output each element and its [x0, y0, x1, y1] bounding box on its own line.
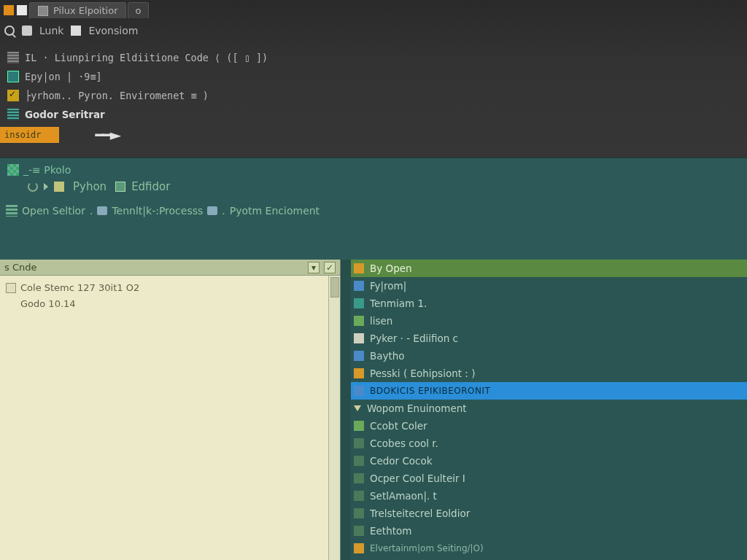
split-panes: s Cnde ▾ ✓ Cole Stemc 127 30it1 O2 Godo … [0, 260, 747, 560]
list-item-label: Cedor Cocok [370, 455, 433, 467]
list-item-label: By Open [370, 262, 412, 274]
square-icon [354, 333, 364, 343]
left-pane: s Cnde ▾ ✓ Cole Stemc 127 30it1 O2 Godo … [0, 260, 341, 560]
section-item[interactable]: Epy|on | ·9≡] [4, 67, 747, 86]
section-label: Godor Seritrar [25, 109, 105, 120]
square-icon [354, 368, 364, 378]
triangle-icon [354, 405, 361, 411]
list-item[interactable]: Trelsteitecrel Eoldior [351, 505, 747, 522]
tab-secondary[interactable]: o [128, 2, 150, 18]
section-item[interactable]: ├yrhom.. Pyron. Enviromenet ≡ ) [4, 86, 747, 105]
arrow-right-icon[interactable]: ━━► [96, 126, 120, 144]
right-pane: By OpenFy|rom|Tenmiam 1.lisenPyker · - E… [341, 260, 747, 560]
list-item[interactable]: Ccobes cool r. [351, 435, 747, 452]
list-item[interactable]: Eethtom [351, 522, 747, 540]
left-pane-body: Cole Stemc 127 30it1 O2 Godo 10.14 [0, 276, 340, 316]
mid-label[interactable]: Pyhon [73, 180, 107, 193]
list-item[interactable]: lisen [351, 312, 747, 330]
square-icon [354, 491, 364, 501]
image-icon [97, 206, 107, 215]
list-item[interactable]: SetlAmaon|. t [351, 487, 747, 505]
list-item-label: lisen [370, 315, 392, 327]
grid-icon[interactable] [6, 205, 18, 217]
left-pane-header: s Cnde ▾ ✓ [0, 260, 340, 276]
list-item[interactable]: Fy|rom| [351, 277, 747, 295]
list-item[interactable]: Ccobt Coler [351, 417, 747, 435]
square-icon [354, 473, 364, 483]
toolbar-label[interactable]: Evonsiom [88, 25, 138, 36]
section-item[interactable]: IL · Liunpiring Eldiitione Code ⟨ ([ ▯ ]… [4, 48, 747, 67]
square-icon [71, 26, 81, 36]
list-item-label: SetlAmaon|. t [370, 490, 437, 502]
list-item[interactable]: Ocper Cool Eulteir I [351, 470, 747, 487]
square-icon [354, 543, 364, 553]
tool-icon[interactable] [22, 26, 32, 36]
square-icon [354, 526, 364, 536]
square-icon [354, 508, 364, 518]
tab-label: Pilux Elpoitior [53, 5, 118, 16]
grid-icon[interactable] [7, 164, 19, 176]
toolbar-label[interactable]: Lunk [39, 25, 63, 36]
list-item-label: Cole Stemc 127 30it1 O2 [20, 280, 139, 296]
square-icon [354, 316, 364, 326]
play-icon[interactable] [44, 183, 48, 190]
section-label: IL · Liunpiring Eldiitione Code ⟨ ([ ▯ ]… [25, 52, 268, 63]
active-tab-chip[interactable]: insoidr [0, 127, 59, 143]
square-icon [354, 456, 364, 466]
mid-label: _-≡ Pkolo [23, 164, 71, 176]
check-icon [7, 90, 19, 101]
mid-label[interactable]: Edfidor [131, 180, 170, 193]
search-icon[interactable] [4, 26, 15, 36]
list-item-label: Elvertainm|om Seiting/|O) [370, 543, 484, 553]
breadcrumb-item[interactable]: Pyotm Encioment [230, 205, 320, 217]
list-item-label: Pesski ( Eohipsiont : ) [370, 368, 475, 379]
list-item[interactable]: Cole Stemc 127 30it1 O2 [6, 280, 334, 296]
section-item[interactable]: Godor Seritrar [4, 105, 747, 124]
dropdown-icon[interactable]: ▾ [308, 262, 320, 273]
separator-icon [90, 205, 93, 217]
breadcrumb-item[interactable]: Open Seltior [22, 205, 85, 217]
mid-row: Pyhon Edfidor [0, 176, 747, 193]
active-tab-row: insoidr ━━► [0, 125, 747, 144]
scrollbar[interactable] [328, 276, 340, 560]
separator-icon [222, 205, 225, 217]
square-icon [354, 263, 364, 273]
list-item[interactable]: Pyker · - Ediifion c [351, 330, 747, 347]
list-item[interactable]: BDOKICIS EPIKIBEORONIT [351, 382, 747, 400]
list-item[interactable]: By Open [351, 260, 747, 277]
square-icon [354, 281, 364, 291]
square-icon [4, 5, 14, 15]
scrollbar-thumb[interactable] [330, 277, 339, 298]
list-item[interactable]: Ooper|/·| ·| - |S:ter·/Nlaslteo|lA| V ._… [351, 557, 747, 560]
mid-row: _-≡ Pkolo [0, 158, 747, 176]
list-item-label: Ocper Cool Eulteir I [370, 472, 465, 484]
tab-label: o [136, 5, 142, 16]
list-item-label: Ccobes cool r. [370, 438, 438, 449]
right-list: By OpenFy|rom|Tenmiam 1.lisenPyker · - E… [351, 260, 747, 560]
breadcrumb-item[interactable]: Tennlt|k-:Processs [112, 205, 203, 217]
list-item[interactable]: Elvertainm|om Seiting/|O) [351, 540, 747, 557]
square-icon [354, 298, 364, 308]
list-icon [7, 109, 19, 120]
list-item[interactable]: Baytho [351, 347, 747, 365]
list-item[interactable]: Godo 10.14 [6, 296, 334, 312]
refresh-icon[interactable] [28, 182, 38, 192]
file-icon [38, 6, 48, 16]
file-icon [6, 283, 16, 293]
check-icon[interactable]: ✓ [324, 262, 336, 273]
square-icon [354, 421, 364, 431]
tab-editor[interactable]: Pilux Elpoitior [29, 2, 126, 18]
window-tabbar: Pilux Elpoitior o [0, 0, 747, 20]
list-item[interactable]: Pesski ( Eohipsiont : ) [351, 365, 747, 382]
square-icon [354, 351, 364, 361]
list-item-label: Wopom Enuinoment [367, 402, 467, 414]
list-item[interactable]: Wopom Enuinoment [351, 400, 747, 417]
list-item[interactable]: Cedor Cocok [351, 452, 747, 470]
list-item-label: Eethtom [370, 525, 411, 537]
list-item[interactable]: Tenmiam 1. [351, 295, 747, 312]
list-item-label: Tenmiam 1. [370, 298, 427, 309]
section-label: ├yrhom.. Pyron. Enviromenet ≡ ) [25, 90, 209, 101]
scrollbar[interactable] [341, 260, 351, 560]
section-label: Epy|on | ·9≡] [25, 71, 102, 82]
breadcrumb-row: Open Seltior Tennlt|k-:Processs Pyotm En… [0, 193, 747, 217]
